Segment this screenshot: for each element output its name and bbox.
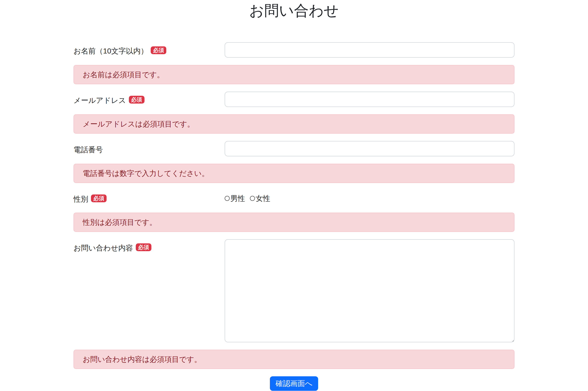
phone-input[interactable] (225, 141, 514, 156)
message-required-badge: 必須 (136, 243, 151, 251)
form-row-gender: 性別必須 男性 女性 (74, 190, 514, 205)
name-label: お名前（10文字以内） (74, 47, 148, 55)
name-label-col: お名前（10文字以内）必須 (74, 42, 225, 57)
radio-male-icon[interactable] (225, 196, 230, 201)
name-input[interactable] (225, 42, 514, 58)
page-title: お問い合わせ (0, 2, 588, 19)
message-label-col: お問い合わせ内容必須 (74, 239, 225, 254)
radio-female-icon[interactable] (250, 196, 255, 201)
gender-label: 性別 (74, 195, 88, 203)
phone-input-col (225, 141, 514, 156)
gender-required-badge: 必須 (91, 195, 107, 202)
alert-gender-required: 性別は必須項目です。 (74, 213, 514, 232)
message-input-col (225, 239, 514, 342)
radio-option-male[interactable]: 男性 (225, 194, 245, 203)
radio-male-label: 男性 (230, 194, 245, 203)
form-row-name: お名前（10文字以内）必須 (74, 42, 514, 58)
contact-form: お名前（10文字以内）必須 お名前は必須項目です。 メールアドレス必須 メールア… (74, 42, 514, 391)
alert-name-required: お名前は必須項目です。 (74, 65, 514, 84)
email-label-col: メールアドレス必須 (74, 92, 225, 107)
message-label: お問い合わせ内容 (74, 244, 133, 252)
email-required-badge: 必須 (129, 96, 144, 103)
radio-female-label: 女性 (256, 194, 270, 203)
email-input[interactable] (225, 92, 514, 107)
form-row-message: お問い合わせ内容必須 (74, 239, 514, 342)
phone-label: 電話番号 (74, 145, 103, 154)
form-row-email: メールアドレス必須 (74, 92, 514, 107)
alert-phone-numeric: 電話番号は数字で入力してください。 (74, 164, 514, 183)
email-input-col (225, 92, 514, 107)
message-textarea[interactable] (225, 239, 514, 342)
phone-label-col: 電話番号 (74, 141, 225, 156)
radio-option-female[interactable]: 女性 (250, 194, 270, 203)
name-required-badge: 必須 (151, 46, 166, 54)
contact-form-container: お名前（10文字以内）必須 お名前は必須項目です。 メールアドレス必須 メールア… (74, 42, 514, 391)
alert-message-required: お問い合わせ内容は必須項目です。 (74, 350, 514, 369)
submit-row: 確認画面へ (74, 376, 514, 391)
confirm-button[interactable]: 確認画面へ (270, 376, 318, 391)
gender-label-col: 性別必須 (74, 190, 225, 205)
alert-email-required: メールアドレスは必須項目です。 (74, 114, 514, 134)
email-label: メールアドレス (74, 96, 126, 104)
gender-radio-group: 男性 女性 (225, 190, 514, 203)
name-input-col (225, 42, 514, 58)
form-row-phone: 電話番号 (74, 141, 514, 156)
